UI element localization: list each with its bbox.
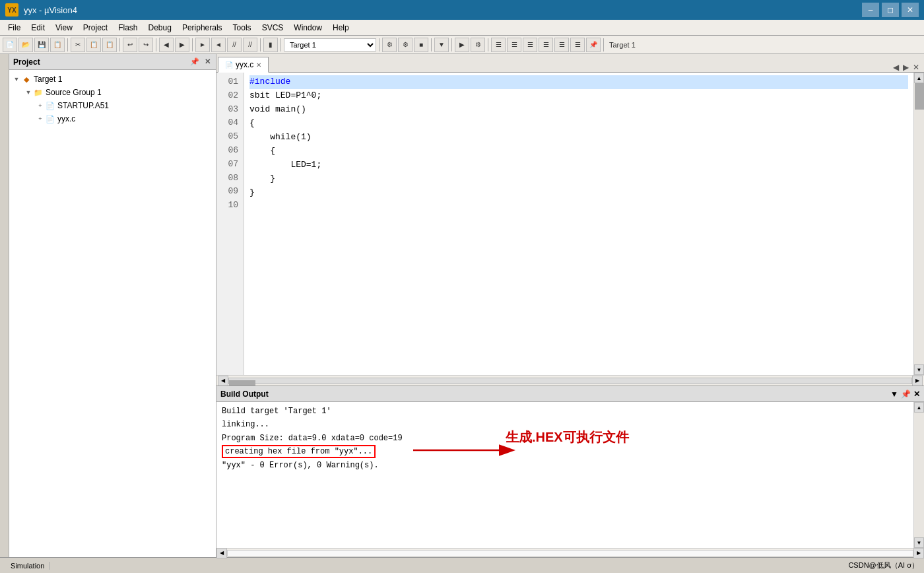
menu-tools[interactable]: Tools <box>228 20 257 35</box>
build-vscroll-up-button[interactable]: ▲ <box>914 402 924 413</box>
build-title: Build Output <box>220 389 269 399</box>
code-line-08: } <box>249 172 908 186</box>
line-number-08: 08 <box>222 172 238 185</box>
build-content: Build target 'Target 1' linking... Progr… <box>216 402 913 548</box>
build-close-button[interactable]: ✕ <box>913 389 920 399</box>
undo-button[interactable]: ↩ <box>123 38 137 52</box>
target1-label: Target 1 <box>34 75 62 84</box>
vscroll-up-button[interactable]: ▲ <box>914 73 924 83</box>
project-tree: ▼ ◆ Target 1 ▼ 📁 Source Group 1 + 📄 STAR… <box>9 70 216 557</box>
menu-flash[interactable]: Flash <box>113 20 143 35</box>
menu-project[interactable]: Project <box>78 20 113 35</box>
build-hscroll[interactable]: ◀ ▶ <box>216 548 924 557</box>
hscroll-thumb[interactable] <box>229 380 255 386</box>
cut-button[interactable]: ✂ <box>71 38 85 52</box>
annotation-text: 生成.HEX可执行文件 <box>506 428 629 446</box>
tab-scroll-left-button[interactable]: ◀ <box>891 63 901 72</box>
editor-hscroll[interactable]: ◀ ▶ <box>216 375 924 386</box>
debug-button[interactable]: ▶ <box>455 38 469 52</box>
new-button[interactable]: 📄 <box>3 38 17 52</box>
build-vscroll[interactable]: ▲ ▼ <box>913 402 924 548</box>
status-user: CSDN@低风（AI σ） <box>848 560 919 570</box>
hscroll-track[interactable] <box>228 378 912 384</box>
toolbar: 📄 📂 💾 📋 ✂ 📋 📋 ↩ ↪ ◀ ▶ ► ◄ // // ▮ Target… <box>0 36 924 54</box>
sourcegroup1-label: Source Group 1 <box>46 88 102 97</box>
save-button[interactable]: 💾 <box>34 38 49 52</box>
expand-target1-icon[interactable]: ▼ <box>12 75 21 84</box>
code-content[interactable]: #includesbit LED=P1^0;void main(){ while… <box>244 73 913 375</box>
project-pin-button[interactable]: 📌 <box>189 57 201 66</box>
restore-button[interactable]: ◻ <box>882 3 899 17</box>
hscroll-left-button[interactable]: ◀ <box>218 376 228 386</box>
rebuild-button[interactable]: ⚙ <box>398 38 412 52</box>
code-editor[interactable]: 01020304050607080910 #includesbit LED=P1… <box>216 73 913 375</box>
extra7-button[interactable]: 📌 <box>586 38 601 52</box>
bookmark-button[interactable]: ▮ <box>263 38 278 52</box>
menu-view[interactable]: View <box>50 20 78 35</box>
separator-9 <box>451 38 452 51</box>
menu-peripherals[interactable]: Peripherals <box>177 20 228 35</box>
expand-yyx-icon[interactable]: + <box>36 114 45 123</box>
target-label-btn: Target 1 <box>607 38 638 52</box>
build-vscroll-track[interactable] <box>914 413 924 537</box>
title-bar: YX yyx - µVision4 – ◻ ✕ <box>0 0 924 20</box>
tab-close-all-button[interactable]: ✕ <box>911 63 921 72</box>
target-dropdown[interactable]: Target 1 <box>284 38 376 51</box>
minimize-button[interactable]: – <box>862 3 879 17</box>
menu-debug[interactable]: Debug <box>143 20 177 35</box>
tab-scroll-right-button[interactable]: ▶ <box>901 63 911 72</box>
menu-window[interactable]: Window <box>288 20 327 35</box>
extra6-button[interactable]: ☰ <box>570 38 585 52</box>
tab-yyx-c[interactable]: 📄 yyx.c ✕ <box>218 57 269 73</box>
nav-back-button[interactable]: ◀ <box>159 38 174 52</box>
tree-item-startup-a51[interactable]: + 📄 STARTUP.A51 <box>9 99 216 112</box>
stop-button[interactable]: ■ <box>414 38 428 52</box>
vscroll-thumb[interactable] <box>915 83 924 110</box>
menu-file[interactable]: File <box>3 20 26 35</box>
save-all-button[interactable]: 📋 <box>50 38 65 52</box>
expand-startup-icon[interactable]: + <box>36 101 45 110</box>
open-button[interactable]: 📂 <box>18 38 33 52</box>
build-hscroll-right[interactable]: ▶ <box>913 548 924 558</box>
tab-label: yyx.c <box>236 60 253 69</box>
build-hscroll-left[interactable]: ◀ <box>216 548 227 558</box>
build-pin-button[interactable]: 📌 <box>901 389 911 399</box>
vscroll-track[interactable] <box>914 83 924 364</box>
menu-help[interactable]: Help <box>327 20 354 35</box>
tree-item-target1[interactable]: ▼ ◆ Target 1 <box>9 73 216 86</box>
extra2-button[interactable]: ☰ <box>507 38 521 52</box>
build-vscroll-down-button[interactable]: ▼ <box>914 537 924 548</box>
build-hscroll-track[interactable] <box>227 550 913 556</box>
download-button[interactable]: ▼ <box>434 38 449 52</box>
uncomment-button[interactable]: // <box>243 38 257 52</box>
project-close-button[interactable]: ✕ <box>203 57 212 66</box>
build-dropdown-button[interactable]: ▼ <box>890 389 898 399</box>
tree-item-yyx-c[interactable]: + 📄 yyx.c <box>9 112 216 125</box>
build-header: Build Output ▼ 📌 ✕ <box>216 386 924 402</box>
extra1-button[interactable]: ☰ <box>491 38 506 52</box>
extra4-button[interactable]: ☰ <box>539 38 553 52</box>
extra3-button[interactable]: ☰ <box>523 38 537 52</box>
menu-svcs[interactable]: SVCS <box>257 20 289 35</box>
unindent-button[interactable]: ◄ <box>211 38 226 52</box>
project-header-controls: 📌 ✕ <box>189 57 212 66</box>
hscroll-right-button[interactable]: ▶ <box>912 376 923 386</box>
redo-button[interactable]: ↪ <box>139 38 153 52</box>
build-button[interactable]: ⚙ <box>382 38 397 52</box>
extra5-button[interactable]: ☰ <box>554 38 569 52</box>
tab-close-button[interactable]: ✕ <box>256 61 261 69</box>
nav-fwd-button[interactable]: ▶ <box>175 38 189 52</box>
tree-item-sourcegroup1[interactable]: ▼ 📁 Source Group 1 <box>9 86 216 99</box>
comment-button[interactable]: // <box>227 38 242 52</box>
settings-button[interactable]: ⚙ <box>471 38 485 52</box>
editor-vscroll[interactable]: ▲ ▼ <box>913 73 924 375</box>
expand-sourcegroup1-icon[interactable]: ▼ <box>24 88 33 97</box>
paste-button[interactable]: 📋 <box>102 38 117 52</box>
file-c-icon: 📄 <box>45 114 55 124</box>
left-sidebar-strip <box>0 54 9 557</box>
menu-edit[interactable]: Edit <box>26 20 50 35</box>
copy-button[interactable]: 📋 <box>86 38 101 52</box>
close-button[interactable]: ✕ <box>902 3 919 17</box>
vscroll-down-button[interactable]: ▼ <box>914 364 924 375</box>
indent-button[interactable]: ► <box>195 38 210 52</box>
